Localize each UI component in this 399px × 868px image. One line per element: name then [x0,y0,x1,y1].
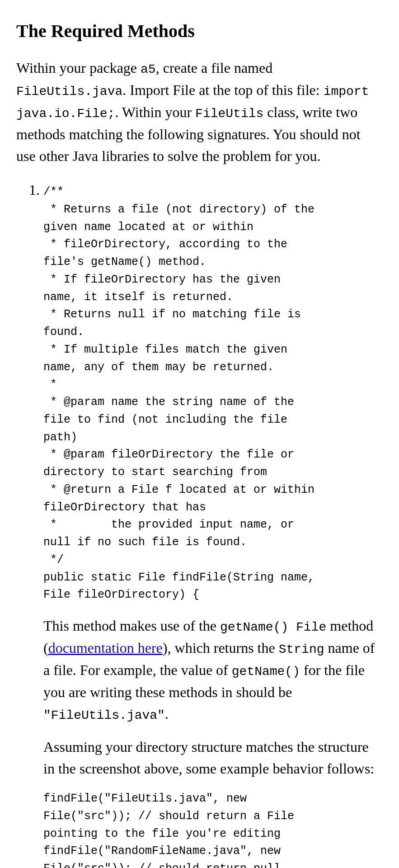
intro-text-2: , create a file named [156,60,273,76]
getname-mono: getName() [232,665,300,679]
methods-list: /** * Returns a file (not directory) of … [16,179,383,868]
documentation-link[interactable]: documentation here [48,640,163,656]
intro-text-4: . Within your [115,104,195,120]
assuming-paragraph: Assuming your directory structure matche… [43,736,383,779]
prose1-text3: ), which returns the [163,640,279,656]
page-title: The Required Methods [16,18,383,44]
file-utils-java-name: FileUtils.java [16,85,122,99]
fileutils-java-value: "FileUtils.java" [43,708,165,722]
prose1-text6: . [165,706,169,722]
method-1-javadoc: /** * Returns a file (not directory) of … [43,184,383,604]
getname-file-mono: getName() File [220,620,326,634]
intro-text-3: . Import File at the top of this file: [122,82,323,98]
package-name: a5 [141,62,156,76]
class-name: FileUtils [195,107,263,121]
method-1-description: This method makes use of the getName() F… [43,615,383,725]
string-mono: String [279,642,324,656]
intro-paragraph: Within your package a5, create a file na… [16,57,383,167]
prose1-text1: This method makes use of the [43,618,220,634]
list-item-1: /** * Returns a file (not directory) of … [43,179,383,868]
example-code-block: findFile("FileUtils.java", new File("src… [43,790,383,868]
list-item-1-block: /** * Returns a file (not directory) of … [43,184,383,868]
intro-text-1: Within your package [16,60,141,76]
